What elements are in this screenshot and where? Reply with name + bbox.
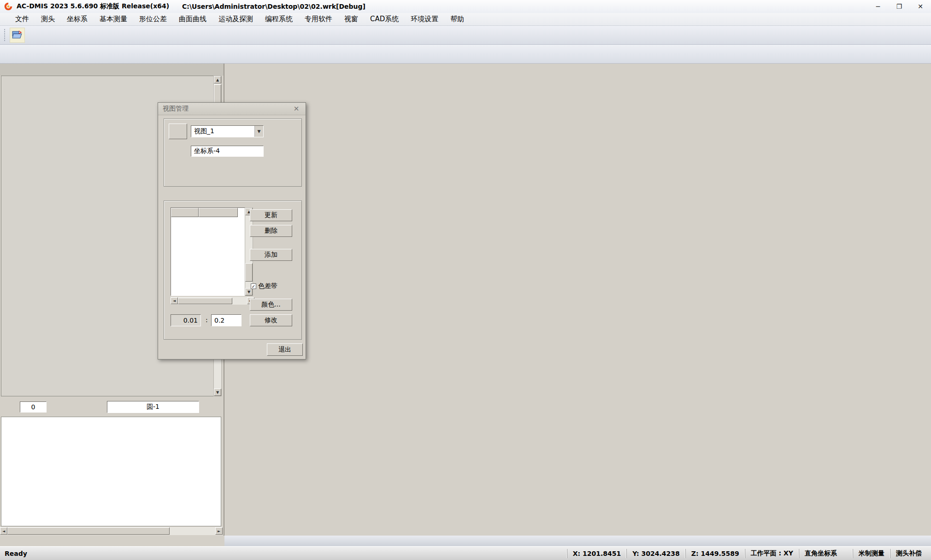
view-select-value: 视图_1 [194, 127, 214, 136]
scroll-up-icon[interactable]: ▲ [214, 76, 221, 83]
3d-viewport[interactable] [224, 64, 931, 536]
menu-item-0[interactable]: 文件 [9, 13, 35, 25]
dialog-close-icon[interactable]: ✕ [292, 105, 301, 113]
toolbar-grip [4, 29, 7, 41]
folder-axes-icon[interactable] [170, 145, 181, 156]
status-probe-comp: 测头补偿 [890, 549, 927, 558]
toolbar1-group-file-tools [10, 28, 25, 43]
status-bar: Ready X: 1201.8451 Y: 3024.4238 Z: 1449.… [0, 546, 931, 560]
app-window: AC-DMIS 2023 5.6.690 标准版 Release(x64) C:… [0, 0, 931, 560]
menu-item-12[interactable]: 帮助 [444, 13, 470, 25]
status-unit: 米制测量 [853, 549, 890, 558]
menu-item-6[interactable]: 运动及探测 [212, 13, 259, 25]
color-band-label: 色差带 [258, 282, 277, 290]
view-manager-dialog: 视图管理 ✕ 视图_1 ▼ 坐标系-4 [158, 102, 306, 360]
checkbox-mark[interactable]: ✓ [251, 283, 256, 289]
modify-button[interactable]: 修改 [250, 314, 292, 326]
menu-item-11[interactable]: 环境设置 [405, 13, 444, 25]
dialog-title-bar[interactable]: 视图管理 ✕ [158, 103, 306, 115]
result-toolbar: 0 圆-1 [0, 398, 224, 416]
points-cloud-icon[interactable] [3, 401, 14, 413]
view-group-box: 视图_1 ▼ 坐标系-4 [164, 118, 302, 187]
menu-item-8[interactable]: 专用软件 [299, 13, 338, 25]
eraser-icon[interactable] [59, 401, 70, 413]
result-table [1, 417, 221, 526]
scroll-right-icon[interactable]: ► [215, 527, 223, 535]
menu-item-10[interactable]: CAD系统 [364, 13, 405, 25]
list-horizontal-scroll[interactable]: ◄ ► [171, 297, 254, 305]
status-coordinate-system: 直角坐标系 [799, 549, 843, 558]
menu-item-2[interactable]: 坐标系 [61, 13, 94, 25]
count-field[interactable]: 0 [20, 401, 47, 413]
window-title: AC-DMIS 2023 5.6.690 标准版 Release(x64) [17, 2, 169, 11]
dialog-title: 视图管理 [163, 105, 189, 113]
coordinate-field-value: 坐标系-4 [194, 147, 220, 155]
open-workpiece-button[interactable] [10, 28, 25, 43]
circle-display-button[interactable] [84, 401, 98, 413]
list-header-tolerance[interactable] [199, 208, 238, 217]
delete-button[interactable]: 删除 [250, 225, 292, 237]
window-file-path: C:\Users\Administrator\Desktop\02\02.wrk… [182, 3, 365, 10]
toolbar-main [0, 26, 931, 45]
view-select[interactable]: 视图_1 ▼ [191, 125, 264, 137]
feature-name-field[interactable]: 圆-1 [107, 401, 199, 413]
menu-item-3[interactable]: 基本测量 [94, 13, 133, 25]
chevron-down-icon[interactable]: ▼ [254, 126, 263, 137]
panel-scroll-thumb[interactable] [7, 527, 170, 535]
app-logo-icon [4, 2, 13, 11]
scroll-left-icon[interactable]: ◄ [0, 527, 7, 535]
menu-item-7[interactable]: 编程系统 [259, 13, 299, 25]
status-y: Y: 3024.4238 [626, 549, 685, 558]
ratio-separator: : [206, 316, 208, 324]
menu-item-1[interactable]: 测头 [35, 13, 61, 25]
minimize-button[interactable]: ─ [867, 0, 889, 13]
panel-tabs [0, 64, 224, 76]
close-button[interactable]: ✕ [910, 0, 931, 13]
update-button[interactable]: 更新 [250, 209, 292, 221]
ratio-max-field[interactable]: 0.2 [211, 314, 242, 326]
scroll-down-icon[interactable]: ▼ [214, 389, 221, 396]
ratio-min-field[interactable]: 0.01 [171, 314, 201, 326]
status-x: X: 1201.8451 [567, 549, 627, 558]
status-ready: Ready [0, 550, 27, 557]
menu-item-9[interactable]: 视窗 [338, 13, 364, 25]
toolbar-secondary [0, 45, 931, 64]
menu-bar: 文件测头坐标系基本测量形位公差曲面曲线运动及探测编程系统专用软件视窗CAD系统环… [0, 13, 931, 26]
viewport-tabs [224, 536, 931, 546]
confirm-check-icon[interactable] [207, 401, 219, 413]
title-bar: AC-DMIS 2023 5.6.690 标准版 Release(x64) C:… [0, 0, 931, 13]
color-button[interactable]: 颜色... [250, 299, 292, 311]
tolerance-list [171, 207, 246, 296]
coordinate-field[interactable]: 坐标系-4 [191, 146, 264, 157]
status-work-plane: 工作平面 : XY [745, 549, 799, 558]
list-header-name[interactable] [171, 208, 199, 217]
color-band-checkbox[interactable]: ✓ 色差带 [251, 282, 277, 290]
maximize-button[interactable]: ❐ [889, 0, 910, 13]
menu-item-5[interactable]: 曲面曲线 [173, 13, 212, 25]
menu-item-4[interactable]: 形位公差 [133, 13, 173, 25]
add-button[interactable]: 添加 [250, 249, 292, 261]
camera-view-button[interactable] [169, 124, 187, 139]
panel-horizontal-scroll[interactable]: ◄ ► [0, 527, 223, 535]
exit-button[interactable]: 退出 [267, 343, 303, 356]
deviation-group-box: ▲ ▼ ◄ ► 更新 删除 添加 ✓ 色差带 颜色... 0.01 : 0.2 … [164, 200, 302, 340]
status-z: Z: 1449.5589 [685, 549, 745, 558]
